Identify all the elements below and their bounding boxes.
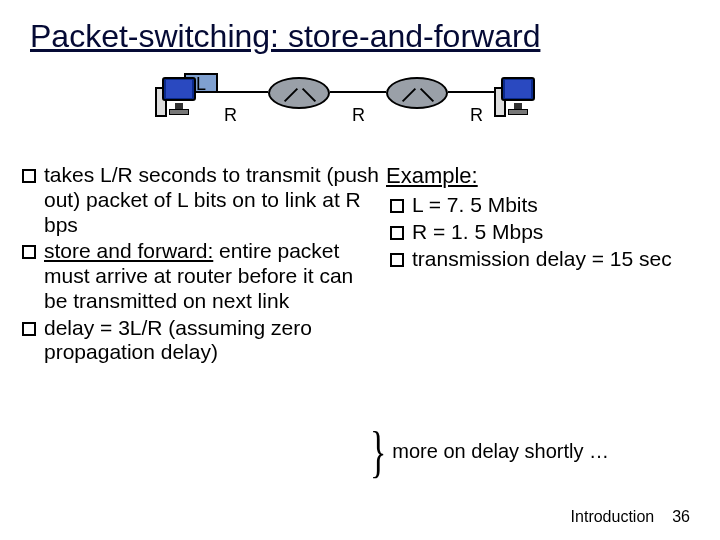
bullet-marker-icon	[390, 253, 404, 267]
network-diagram: L R R R	[0, 67, 720, 157]
example-heading: Example:	[386, 163, 682, 189]
bullet-item: store and forward: entire packet must ar…	[22, 239, 382, 313]
content-area: takes L/R seconds to transmit (push out)…	[0, 157, 720, 367]
link-label-2: R	[352, 105, 365, 126]
link-1	[208, 91, 268, 93]
bullet-marker-icon	[22, 322, 36, 336]
slide-title: Packet-switching: store-and-forward	[0, 0, 720, 63]
bullet-marker-icon	[390, 226, 404, 240]
example-bullet: L = 7. 5 Mbits	[386, 193, 682, 218]
link-3	[448, 91, 494, 93]
bullet-marker-icon	[22, 169, 36, 183]
left-column: takes L/R seconds to transmit (push out)…	[22, 163, 382, 367]
page-number: 36	[672, 508, 690, 526]
slide-footer: Introduction 36	[571, 508, 690, 526]
bullet-prefix: store and forward:	[44, 239, 213, 262]
right-column: Example: L = 7. 5 Mbits R = 1. 5 Mbps tr…	[382, 163, 682, 273]
bullet-item: takes L/R seconds to transmit (push out)…	[22, 163, 382, 237]
bullet-text: takes L/R seconds to transmit (push out)…	[44, 163, 382, 237]
brace-icon: }	[370, 432, 386, 472]
router-1-icon	[268, 77, 330, 109]
example-text: L = 7. 5 Mbits	[412, 193, 682, 218]
example-text: R = 1. 5 Mbps	[412, 220, 682, 245]
bullet-marker-icon	[22, 245, 36, 259]
footnote-text: more on delay shortly …	[392, 440, 609, 463]
link-label-1: R	[224, 105, 237, 126]
bullet-text: store and forward: entire packet must ar…	[44, 239, 382, 313]
bullet-text: delay = 3L/R (assuming zero propagation …	[44, 316, 382, 366]
bullet-item: delay = 3L/R (assuming zero propagation …	[22, 316, 382, 366]
example-bullet: R = 1. 5 Mbps	[386, 220, 682, 245]
chapter-label: Introduction	[571, 508, 655, 526]
example-text: transmission delay = 15 sec	[412, 247, 682, 272]
bullet-marker-icon	[390, 199, 404, 213]
link-2	[330, 91, 386, 93]
host-right-icon	[494, 77, 542, 119]
router-2-icon	[386, 77, 448, 109]
footnote-wrap: } more on delay shortly …	[370, 440, 609, 464]
host-left-icon	[155, 77, 203, 119]
example-bullet: transmission delay = 15 sec	[386, 247, 682, 272]
link-label-3: R	[470, 105, 483, 126]
